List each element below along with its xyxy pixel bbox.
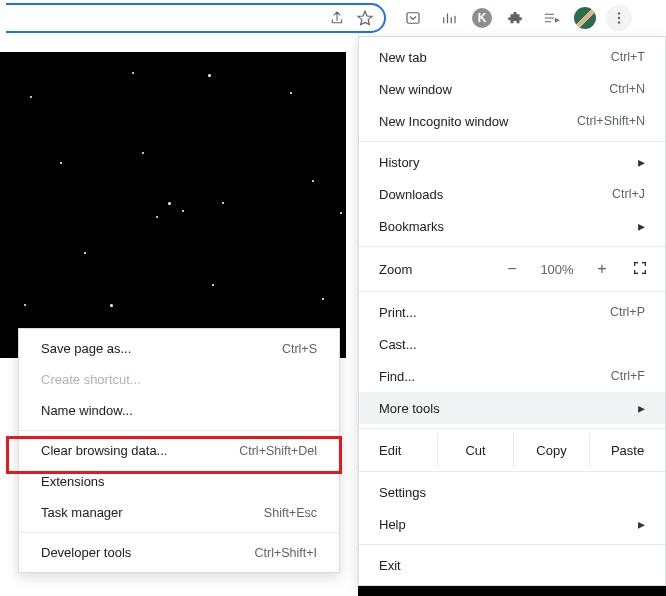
menu-shortcut: Ctrl+S [282,342,317,356]
menu-shortcut: Ctrl+T [611,50,645,64]
menu-label: Save page as... [41,341,282,356]
edit-copy-button[interactable]: Copy [513,433,589,467]
menu-label: New window [379,82,609,97]
menu-label: Downloads [379,187,612,202]
more-vert-icon[interactable] [606,5,632,31]
submenu-extensions[interactable]: Extensions [19,466,339,497]
menu-label: Task manager [41,505,264,520]
menu-label: Find... [379,369,611,384]
menu-zoom-row: Zoom − 100% + [359,251,665,287]
menu-more-tools[interactable]: More tools ▸ [359,392,665,424]
chevron-right-icon: ▸ [638,154,645,170]
menu-bookmarks[interactable]: Bookmarks ▸ [359,210,665,242]
extensions-puzzle-icon[interactable] [502,5,528,31]
menu-label: Print... [379,305,610,320]
edit-cut-button[interactable]: Cut [437,433,513,467]
menu-label: Clear browsing data... [41,443,239,458]
zoom-out-button[interactable]: − [495,260,529,278]
menu-label: Cast... [379,337,645,352]
menu-cast[interactable]: Cast... [359,328,665,360]
svg-rect-0 [407,13,419,24]
chevron-right-icon: ▸ [638,516,645,532]
chevron-right-icon: ▸ [638,218,645,234]
menu-shortcut: Ctrl+F [611,369,645,383]
menu-separator [359,246,665,247]
menu-shortcut: Ctrl+J [612,187,645,201]
menu-separator [19,532,339,533]
svg-point-3 [618,21,620,23]
menu-history[interactable]: History ▸ [359,146,665,178]
menu-label: Developer tools [41,545,254,560]
fullscreen-button[interactable] [623,260,657,279]
menu-find[interactable]: Find... Ctrl+F [359,360,665,392]
menu-shortcut: Shift+Esc [264,506,317,520]
omnibox[interactable] [6,3,386,33]
profile-avatar[interactable] [574,7,596,29]
menu-settings[interactable]: Settings [359,476,665,508]
menu-label: Help [379,517,630,532]
menu-shortcut: Ctrl+P [610,305,645,319]
menu-shortcut: Ctrl+N [609,82,645,96]
star-icon[interactable] [352,5,378,31]
menu-label: Exit [379,558,645,573]
menu-new-incognito[interactable]: New Incognito window Ctrl+Shift+N [359,105,665,137]
menu-print[interactable]: Print... Ctrl+P [359,296,665,328]
submenu-name-window[interactable]: Name window... [19,395,339,426]
zoom-value: 100% [533,262,581,277]
menu-separator [359,544,665,545]
pocket-icon[interactable] [400,5,426,31]
toolbar-extensions: K [394,5,632,31]
playlist-icon[interactable] [538,5,564,31]
menu-label: History [379,155,630,170]
submenu-task-manager[interactable]: Task manager Shift+Esc [19,497,339,528]
svg-point-1 [618,12,620,14]
edit-paste-button[interactable]: Paste [589,433,665,467]
menu-label: New tab [379,50,611,65]
share-icon[interactable] [324,5,350,31]
menu-exit[interactable]: Exit [359,549,665,581]
menu-label: Settings [379,485,645,500]
svg-point-2 [618,17,620,19]
menu-downloads[interactable]: Downloads Ctrl+J [359,178,665,210]
chevron-right-icon: ▸ [638,400,645,416]
page-content [0,52,346,358]
menu-separator [359,471,665,472]
menu-shortcut: Ctrl+Shift+I [254,546,317,560]
menu-separator [19,430,339,431]
edit-label: Edit [359,433,437,467]
menu-label: New Incognito window [379,114,577,129]
k-icon[interactable]: K [472,8,492,28]
menu-help[interactable]: Help ▸ [359,508,665,540]
menu-shortcut: Ctrl+Shift+N [577,114,645,128]
browser-toolbar: K [0,0,666,36]
browser-menu: New tab Ctrl+T New window Ctrl+N New Inc… [358,36,666,586]
zoom-in-button[interactable]: + [585,260,619,278]
submenu-save-page[interactable]: Save page as... Ctrl+S [19,333,339,364]
menu-new-tab[interactable]: New tab Ctrl+T [359,41,665,73]
menu-shortcut: Ctrl+Shift+Del [239,444,317,458]
menu-new-window[interactable]: New window Ctrl+N [359,73,665,105]
menu-separator [359,291,665,292]
zoom-label: Zoom [379,262,491,277]
menu-label: Create shortcut... [41,372,317,387]
menu-edit-row: Edit Cut Copy Paste [359,433,665,467]
more-tools-submenu: Save page as... Ctrl+S Create shortcut..… [18,328,340,573]
menu-label: Bookmarks [379,219,630,234]
menu-label: More tools [379,401,630,416]
menu-label: Extensions [41,474,317,489]
submenu-create-shortcut: Create shortcut... [19,364,339,395]
menu-separator [359,428,665,429]
submenu-developer-tools[interactable]: Developer tools Ctrl+Shift+I [19,537,339,568]
menu-separator [359,141,665,142]
submenu-clear-browsing-data[interactable]: Clear browsing data... Ctrl+Shift+Del [19,435,339,466]
stats-icon[interactable] [436,5,462,31]
menu-label: Name window... [41,403,317,418]
